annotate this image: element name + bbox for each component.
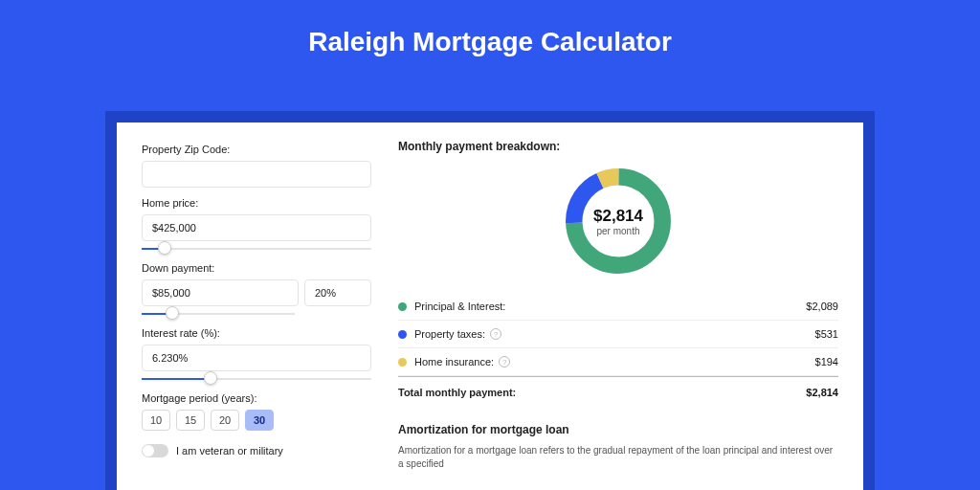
info-icon[interactable]: ? — [499, 356, 510, 368]
amortization-title: Amortization for mortgage loan — [398, 423, 838, 436]
legend-label: Home insurance: — [414, 356, 494, 368]
total-row: Total monthly payment: $2,814 — [398, 376, 838, 406]
interest-rate-slider[interactable] — [142, 373, 371, 385]
donut-total: $2,814 — [593, 207, 643, 226]
zip-input[interactable] — [142, 161, 371, 188]
interest-rate-input[interactable] — [142, 345, 371, 371]
inputs-panel: Property Zip Code: Home price: Down paym… — [142, 140, 371, 471]
period-option-15[interactable]: 15 — [176, 410, 205, 431]
amortization-text: Amortization for a mortgage loan refers … — [398, 444, 838, 471]
legend-value: $194 — [815, 356, 838, 368]
donut-sub: per month — [596, 226, 639, 236]
down-payment-input[interactable] — [142, 279, 299, 306]
home-price-label: Home price: — [142, 197, 371, 209]
veteran-toggle-label: I am veteran or military — [176, 445, 283, 457]
legend-value: $2,089 — [806, 301, 838, 312]
interest-rate-label: Interest rate (%): — [142, 327, 371, 339]
calculator-card: Property Zip Code: Home price: Down paym… — [117, 122, 863, 490]
legend-value: $531 — [815, 328, 838, 340]
mortgage-period-label: Mortgage period (years): — [142, 392, 371, 404]
slider-handle-icon[interactable] — [166, 306, 179, 320]
down-payment-pct-input[interactable] — [304, 279, 371, 306]
card-outer: Property Zip Code: Home price: Down paym… — [105, 111, 875, 490]
home-price-input[interactable] — [142, 214, 371, 241]
zip-label: Property Zip Code: — [142, 144, 371, 155]
total-label: Total monthly payment: — [398, 387, 516, 398]
legend-row: Principal & Interest:$2,089 — [398, 293, 838, 321]
legend-row: Property taxes:?$531 — [398, 321, 838, 348]
period-option-20[interactable]: 20 — [211, 410, 239, 431]
breakdown-panel: Monthly payment breakdown: $2,814 per mo… — [398, 140, 838, 471]
period-option-10[interactable]: 10 — [142, 410, 170, 431]
legend-label: Property taxes: — [414, 328, 485, 340]
home-price-slider[interactable] — [142, 243, 371, 255]
info-icon[interactable]: ? — [490, 328, 501, 340]
page-title: Raleigh Mortgage Calculator — [0, 27, 980, 57]
mortgage-period-segments: 10152030 — [142, 410, 371, 431]
legend-dot-icon — [398, 302, 407, 311]
slider-handle-icon[interactable] — [204, 371, 217, 385]
legend-dot-icon — [398, 358, 407, 367]
legend-row: Home insurance:?$194 — [398, 348, 838, 376]
down-payment-slider[interactable] — [142, 308, 295, 320]
total-value: $2,814 — [806, 387, 838, 398]
period-option-30[interactable]: 30 — [245, 410, 274, 431]
down-payment-label: Down payment: — [142, 262, 371, 274]
breakdown-title: Monthly payment breakdown: — [398, 140, 838, 153]
legend-label: Principal & Interest: — [414, 301, 505, 312]
veteran-toggle[interactable] — [142, 444, 168, 457]
donut-chart: $2,814 per month — [398, 163, 838, 279]
slider-handle-icon[interactable] — [158, 241, 171, 255]
legend-dot-icon — [398, 330, 407, 339]
